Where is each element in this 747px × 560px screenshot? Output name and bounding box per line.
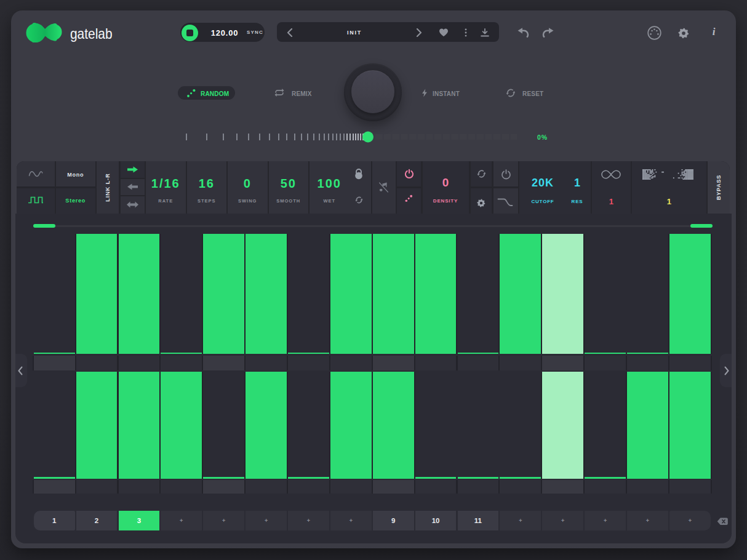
svg-text:LINK L-R: LINK L-R	[105, 173, 111, 202]
svg-text:BYPASS: BYPASS	[716, 175, 722, 200]
